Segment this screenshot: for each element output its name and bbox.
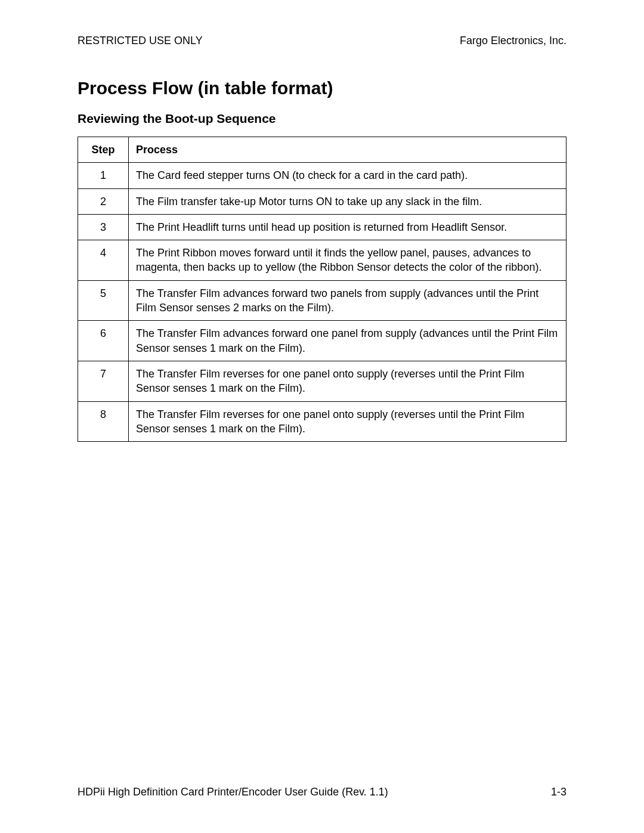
cell-step: 2 — [78, 188, 129, 214]
table-row: 4 The Print Ribbon moves forward until i… — [78, 240, 566, 281]
page-title: Process Flow (in table format) — [78, 78, 566, 98]
header-right: Fargo Electronics, Inc. — [460, 35, 566, 47]
header-left: RESTRICTED USE ONLY — [78, 35, 203, 47]
page-header: RESTRICTED USE ONLY Fargo Electronics, I… — [78, 35, 566, 47]
table-row: 6 The Transfer Film advances forward one… — [78, 321, 566, 361]
process-table: Step Process 1 The Card feed stepper tur… — [78, 137, 566, 442]
cell-process: The Transfer Film advances forward one p… — [129, 321, 566, 361]
page-footer: HDPii High Definition Card Printer/Encod… — [78, 786, 566, 798]
cell-process: The Print Ribbon moves forward until it … — [129, 240, 566, 281]
cell-process: The Print Headlift turns until head up p… — [129, 214, 566, 240]
cell-step: 3 — [78, 214, 129, 240]
footer-right: 1-3 — [551, 786, 566, 798]
cell-step: 6 — [78, 321, 129, 361]
cell-step: 1 — [78, 163, 129, 188]
cell-process: The Transfer Film reverses for one panel… — [129, 361, 566, 401]
cell-step: 4 — [78, 240, 129, 281]
cell-process: The Transfer Film advances forward two p… — [129, 280, 566, 321]
header-process: Process — [129, 137, 566, 163]
table-row: 3 The Print Headlift turns until head up… — [78, 214, 566, 240]
table-row: 1 The Card feed stepper turns ON (to che… — [78, 163, 566, 188]
table-row: 5 The Transfer Film advances forward two… — [78, 280, 566, 321]
header-step: Step — [78, 137, 129, 163]
cell-process: The Transfer Film reverses for one panel… — [129, 401, 566, 442]
table-row: 2 The Film transfer take-up Motor turns … — [78, 188, 566, 214]
cell-step: 5 — [78, 280, 129, 321]
cell-process: The Card feed stepper turns ON (to check… — [129, 163, 566, 188]
cell-process: The Film transfer take-up Motor turns ON… — [129, 188, 566, 214]
section-title: Reviewing the Boot-up Sequence — [78, 112, 566, 126]
table-row: 8 The Transfer Film reverses for one pan… — [78, 401, 566, 442]
table-row: 7 The Transfer Film reverses for one pan… — [78, 361, 566, 401]
cell-step: 8 — [78, 401, 129, 442]
footer-left: HDPii High Definition Card Printer/Encod… — [78, 786, 388, 798]
cell-step: 7 — [78, 361, 129, 401]
table-header-row: Step Process — [78, 137, 566, 163]
